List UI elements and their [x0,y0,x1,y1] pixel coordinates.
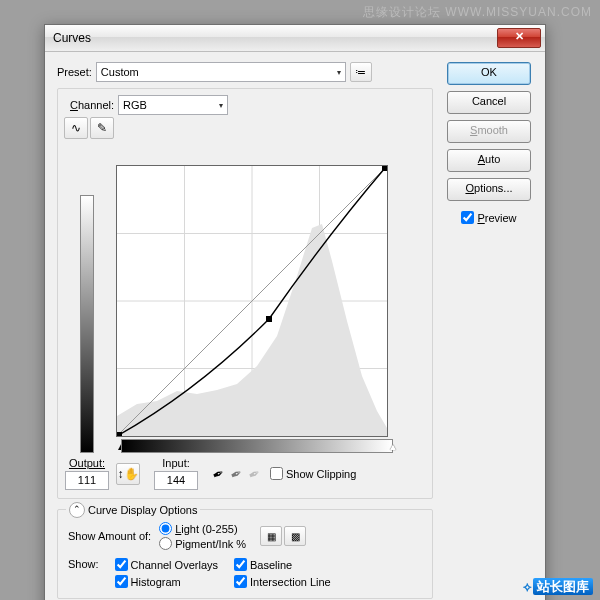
pencil-tool-button[interactable]: ✎ [90,117,114,139]
options-button[interactable]: Options... [447,178,531,201]
output-field[interactable]: 111 [65,471,109,490]
preview-checkbox[interactable]: Preview [461,211,516,224]
grid-fine-button[interactable]: ▩ [284,526,306,546]
preset-label: Preset: [57,66,92,78]
white-eyedropper-icon[interactable]: ✒ [245,464,263,484]
smooth-button[interactable]: Smooth [447,120,531,143]
channel-overlays-label: Channel Overlays [131,559,218,571]
curves-dialog: Curves ✕ Preset: Custom ▾ ≔ Channel: RGB… [44,24,546,600]
auto-button[interactable]: Auto [447,149,531,172]
svg-rect-6 [117,432,122,436]
channel-overlays-checkbox[interactable]: Channel Overlays [115,558,218,571]
light-radio[interactable]: Light (0-255) [159,522,246,535]
output-gradient [80,195,94,453]
preview-label: Preview [477,212,516,224]
collapse-icon[interactable]: ⌃ [69,502,85,518]
show-label: Show: [68,558,99,570]
watermark-top: 思缘设计论坛 WWW.MISSYUAN.COM [363,4,592,21]
target-adjust-button[interactable]: ↕✋ [116,463,140,485]
curve-tool-button[interactable]: ∿ [64,117,88,139]
curve-plot[interactable] [116,165,388,437]
histogram-label: Histogram [131,576,181,588]
channel-value: RGB [123,99,147,111]
output-label: Output: [69,457,105,469]
cancel-button[interactable]: Cancel [447,91,531,114]
input-gradient [121,439,393,453]
titlebar-title: Curves [53,31,497,45]
gray-eyedropper-icon[interactable]: ✒ [227,464,245,484]
channel-dropdown[interactable]: RGB ▾ [118,95,228,115]
display-options-legend: Curve Display Options [88,504,197,516]
ok-button[interactable]: OK [447,62,531,85]
curve-panel: Channel: RGB ▾ ∿ ✎ Output: 111 [57,88,433,499]
baseline-label: Baseline [250,559,292,571]
curve-control-point [266,316,272,322]
watermark-bottom: ⟡站长图库 [523,578,594,596]
close-button[interactable]: ✕ [497,28,541,48]
preset-value: Custom [101,66,139,78]
show-clipping-checkbox[interactable]: Show Clipping [270,467,356,480]
titlebar[interactable]: Curves ✕ [45,25,545,52]
white-point-slider[interactable]: ▲ [388,441,398,452]
light-radio-label: Light (0-255) [175,523,237,535]
grid-coarse-button[interactable]: ▦ [260,526,282,546]
preset-dropdown[interactable]: Custom ▾ [96,62,346,82]
intersection-checkbox[interactable]: Intersection Line [234,575,331,588]
intersection-label: Intersection Line [250,576,331,588]
channel-label: Channel: [70,99,114,111]
histogram-checkbox[interactable]: Histogram [115,575,218,588]
preset-menu-button[interactable]: ≔ [350,62,372,82]
baseline-checkbox[interactable]: Baseline [234,558,331,571]
input-field[interactable]: 144 [154,471,198,490]
input-label: Input: [162,457,190,469]
chevron-down-icon: ▾ [219,101,223,110]
svg-rect-7 [382,166,387,171]
black-eyedropper-icon[interactable]: ✒ [209,464,227,484]
chevron-down-icon: ▾ [337,68,341,77]
show-clipping-label: Show Clipping [286,468,356,480]
show-amount-label: Show Amount of: [68,530,151,542]
pigment-radio-label: Pigment/Ink % [175,538,246,550]
pigment-radio[interactable]: Pigment/Ink % [159,537,246,550]
display-options-panel: ⌃ Curve Display Options Show Amount of: … [57,509,433,599]
